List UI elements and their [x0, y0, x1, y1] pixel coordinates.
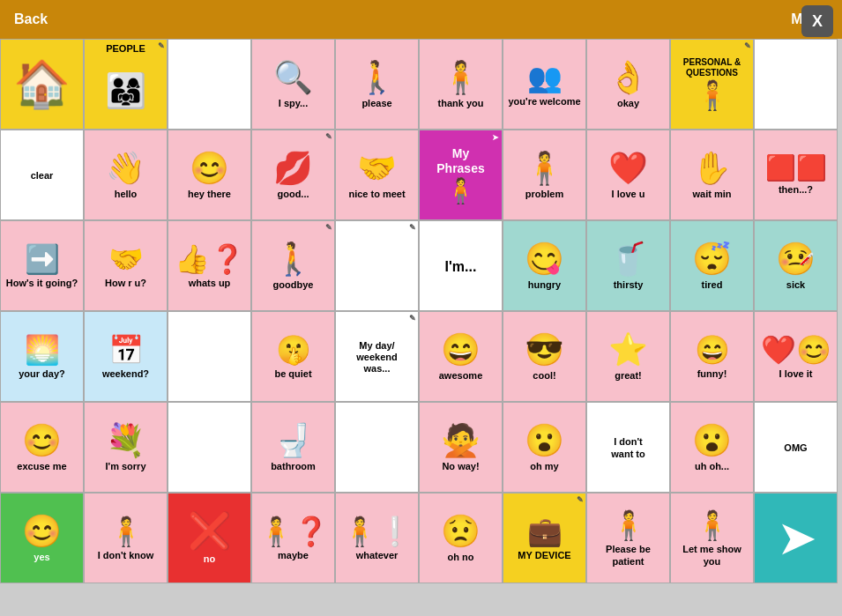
- edit-icon2: ✎: [744, 41, 751, 50]
- youre-welcome-label: you're welcome: [508, 96, 580, 108]
- hello-cell[interactable]: 👋 hello: [84, 130, 168, 220]
- i-dont-know-label: I don't know: [98, 550, 154, 561]
- hey-there-cell[interactable]: 😊 hey there: [168, 130, 251, 220]
- my-day-label: My day/weekendwas...: [356, 340, 397, 375]
- i-spy-cell[interactable]: 🔍 I spy...: [251, 39, 335, 130]
- my-day-weekend-cell[interactable]: ✎ My day/weekendwas...: [335, 311, 419, 402]
- edit-icon5: ✎: [409, 223, 416, 232]
- please-cell[interactable]: 🚶 please: [335, 39, 419, 130]
- your-day-cell[interactable]: 🌅 your day?: [0, 311, 84, 402]
- arrow-right-icon: ➤: [779, 514, 814, 563]
- wait-icon: ✋: [692, 150, 732, 187]
- let-me-show-you-label: Let me show you: [674, 544, 749, 567]
- good-cell[interactable]: ✎ 💋 good...: [251, 130, 335, 220]
- omg-cell[interactable]: OMG: [754, 402, 838, 493]
- thirsty-label: thirsty: [614, 279, 644, 291]
- no-way-cell[interactable]: 🙅 No way!: [419, 402, 503, 493]
- weekend-label: weekend?: [102, 368, 149, 380]
- problem-cell[interactable]: 🧍 problem: [503, 130, 586, 220]
- i-love-it-cell[interactable]: ❤️😊 I love it: [754, 311, 838, 402]
- bathroom-cell[interactable]: 🚽 bathroom: [251, 402, 335, 493]
- let-me-show-you-cell[interactable]: 🧍 Let me show you: [670, 493, 754, 583]
- uh-oh-label: uh oh...: [695, 461, 729, 472]
- tired-cell[interactable]: 😴 tired: [670, 220, 754, 311]
- tired-icon: 😴: [692, 241, 732, 278]
- i-dont-want-to-cell[interactable]: I don'twant to: [586, 402, 670, 493]
- personal-questions-cell[interactable]: ✎ PERSONAL &QUESTIONS 🧍: [670, 39, 754, 130]
- good-label: good...: [277, 189, 309, 200]
- how-r-u-cell[interactable]: 🤝 How r u?: [84, 220, 168, 311]
- maybe-cell[interactable]: 🧍❓ maybe: [251, 493, 335, 583]
- okay-cell[interactable]: 👌 okay: [586, 39, 670, 130]
- funny-label: funny!: [697, 368, 727, 380]
- my-phrases-cell[interactable]: ➤ MyPhrases 🧍: [419, 130, 503, 220]
- sick-cell[interactable]: 🤒 sick: [754, 220, 838, 311]
- going-icon: ➡️: [25, 242, 60, 276]
- hows-it-going-cell[interactable]: ➡️ How's it going?: [0, 220, 84, 311]
- youre-welcome-cell[interactable]: 👥 you're welcome: [503, 39, 586, 130]
- cool-label: cool!: [533, 370, 555, 382]
- home-cell[interactable]: 🏠: [0, 39, 84, 130]
- spy-icon: 🔍: [273, 59, 313, 96]
- great-cell[interactable]: ⭐ great!: [586, 311, 670, 402]
- oh-my-cell[interactable]: 😮 oh my: [503, 402, 586, 493]
- excuse-me-label: excuse me: [17, 461, 66, 472]
- funny-cell[interactable]: 😄 funny!: [670, 311, 754, 402]
- arrow-right-cell[interactable]: ➤: [754, 493, 838, 583]
- i-love-u-cell[interactable]: ❤️ I love u: [586, 130, 670, 220]
- patient-icon: 🧍: [611, 508, 646, 542]
- thirsty-cell[interactable]: 🥤 thirsty: [586, 220, 670, 311]
- close-button[interactable]: X: [801, 5, 833, 37]
- blank-r1c10: [754, 39, 838, 130]
- maybe-icon: 🧍❓: [258, 515, 329, 548]
- blank-r4c3: [168, 311, 251, 402]
- uh-oh-cell[interactable]: 😮 uh oh...: [670, 402, 754, 493]
- please-be-patient-cell[interactable]: 🧍 Please be patient: [586, 493, 670, 583]
- back-button[interactable]: Back: [14, 11, 48, 27]
- thank-you-cell[interactable]: 🧍 thank you: [419, 39, 503, 130]
- oh-no-label: oh no: [448, 552, 474, 563]
- awesome-icon: 😄: [441, 331, 481, 368]
- edit-icon7: ✎: [577, 495, 584, 504]
- thank-you-label: thank you: [438, 98, 484, 109]
- my-device-cell[interactable]: ✎ 💼 MY DEVICE: [503, 493, 586, 583]
- oh-no-cell[interactable]: 😟 oh no: [419, 493, 503, 583]
- edit-icon4: ✎: [325, 223, 332, 232]
- hungry-cell[interactable]: 😋 hungry: [503, 220, 586, 311]
- whats-up-cell[interactable]: 👍❓ whats up: [168, 220, 251, 311]
- problem-label: problem: [525, 189, 563, 200]
- im-sorry-cell[interactable]: 💐 I'm sorry: [84, 402, 168, 493]
- bequiet-icon: 🤫: [276, 333, 311, 367]
- i-love-u-label: I love u: [612, 189, 645, 200]
- clear-cell[interactable]: clear: [0, 130, 84, 220]
- yes-cell[interactable]: 😊 yes: [0, 493, 84, 583]
- wait-min-cell[interactable]: ✋ wait min: [670, 130, 754, 220]
- im-cell[interactable]: I'm...: [419, 220, 503, 311]
- love-icon: ❤️: [608, 150, 648, 187]
- awesome-label: awesome: [439, 370, 483, 382]
- clear-label: clear: [31, 170, 54, 182]
- arrow-icon: ➤: [492, 133, 499, 142]
- ohno-icon: 😟: [441, 513, 481, 550]
- nice-to-meet-cell[interactable]: 🤝 nice to meet: [335, 130, 419, 220]
- awesome-cell[interactable]: 😄 awesome: [419, 311, 503, 402]
- cool-icon: 😎: [525, 331, 564, 368]
- sick-label: sick: [786, 279, 805, 291]
- no-cell[interactable]: ❌ no: [168, 493, 251, 583]
- i-dont-know-cell[interactable]: 🧍 I don't know: [84, 493, 168, 583]
- goodbye-cell[interactable]: ✎ 🚶 goodbye: [251, 220, 335, 311]
- thankyou-icon: 🧍: [441, 59, 481, 96]
- top-bar: Back Menu: [0, 0, 842, 39]
- bathroom-label: bathroom: [271, 461, 316, 472]
- people-cell[interactable]: ✎ PEOPLE 👨‍👩‍👧: [84, 39, 168, 130]
- your-day-label: your day?: [19, 368, 65, 380]
- whatever-cell[interactable]: 🧍❕ whatever: [335, 493, 419, 583]
- then-cell[interactable]: 🟥🟥 then...?: [754, 130, 838, 220]
- excuse-me-cell[interactable]: 😊 excuse me: [0, 402, 84, 493]
- goodbye-label: goodbye: [273, 279, 314, 291]
- im-sorry-label: I'm sorry: [105, 461, 145, 472]
- phrases-icon: 🧍: [445, 176, 476, 205]
- weekend-cell[interactable]: 📅 weekend?: [84, 311, 168, 402]
- be-quiet-cell[interactable]: 🤫 be quiet: [251, 311, 335, 402]
- cool-cell[interactable]: 😎 cool!: [503, 311, 586, 402]
